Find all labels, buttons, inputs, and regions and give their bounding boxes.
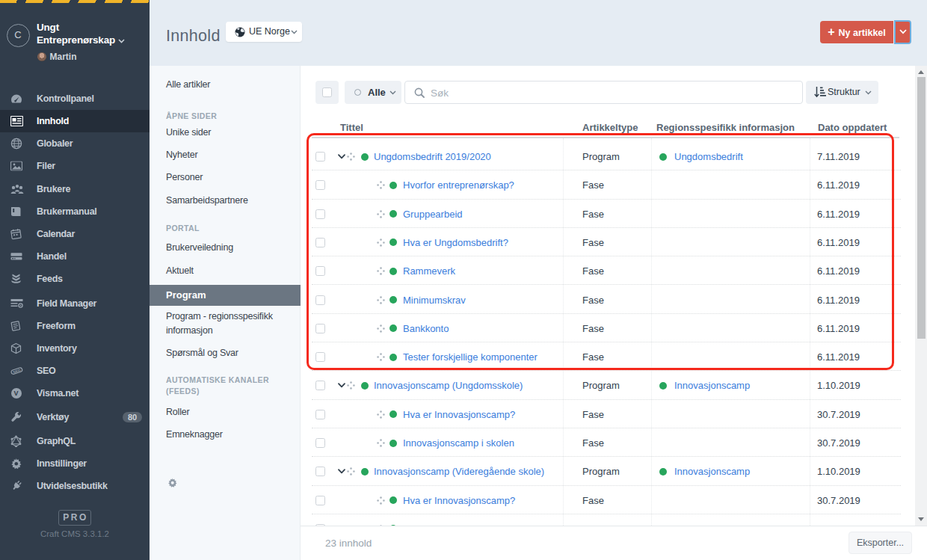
svg-text:SEO: SEO [12, 368, 21, 375]
svg-text:V: V [14, 390, 19, 397]
